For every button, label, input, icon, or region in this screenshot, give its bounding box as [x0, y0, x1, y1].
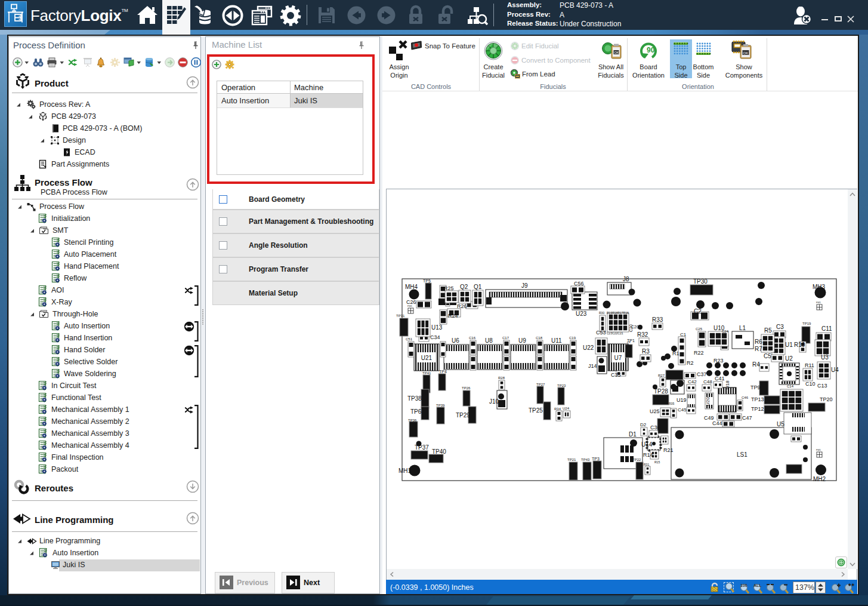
svg-text:TP23: TP23 — [557, 384, 566, 387]
svg-text:C47: C47 — [742, 415, 752, 421]
svg-text:U21: U21 — [421, 355, 433, 361]
svg-text:C13: C13 — [817, 383, 827, 389]
svg-text:C46: C46 — [742, 396, 749, 399]
svg-text:J8: J8 — [623, 276, 629, 282]
svg-text:Q2: Q2 — [460, 284, 468, 290]
svg-text:U1: U1 — [785, 342, 793, 348]
svg-text:R26: R26 — [457, 303, 467, 309]
svg-text:U25: U25 — [650, 408, 660, 414]
svg-text:C42: C42 — [688, 379, 697, 384]
svg-text:R2: R2 — [687, 360, 694, 366]
svg-text:R15: R15 — [654, 460, 660, 464]
svg-text:U24: U24 — [563, 407, 570, 410]
svg-text:C35: C35 — [611, 372, 621, 378]
svg-text:R10: R10 — [794, 342, 805, 348]
svg-text:TP6: TP6 — [410, 408, 422, 415]
svg-text:R24: R24 — [448, 313, 458, 319]
svg-text:100: 100 — [740, 583, 747, 587]
svg-text:MH4: MH4 — [405, 284, 418, 290]
svg-text:R4: R4 — [752, 361, 760, 368]
svg-text:U8: U8 — [485, 337, 493, 344]
svg-text:C23C22C21: C23C22C21 — [607, 331, 623, 335]
svg-text:C3: C3 — [776, 324, 784, 330]
svg-text:R28: R28 — [498, 376, 505, 380]
svg-text:U2: U2 — [785, 355, 793, 362]
svg-text:U13: U13 — [431, 324, 443, 331]
svg-text:R32: R32 — [637, 331, 648, 338]
svg-text:C1: C1 — [680, 332, 687, 337]
svg-text:R34: R34 — [554, 407, 561, 411]
svg-text:OK: OK — [614, 51, 619, 54]
svg-text:C37: C37 — [697, 371, 707, 377]
svg-text:R22: R22 — [694, 350, 704, 356]
svg-text:ALL: ALL — [753, 583, 762, 587]
svg-text:R25: R25 — [444, 285, 454, 291]
svg-text:U20: U20 — [705, 397, 711, 406]
svg-text:R6: R6 — [755, 339, 762, 345]
svg-text:TP40: TP40 — [432, 448, 446, 455]
svg-text:FM1: FM1 — [816, 448, 821, 451]
svg-text:U18: U18 — [725, 380, 730, 389]
svg-text:D1: D1 — [629, 431, 637, 438]
svg-text:R30: R30 — [599, 311, 604, 315]
svg-text:C48: C48 — [703, 379, 712, 384]
svg-text:C34: C34 — [430, 334, 440, 340]
svg-text:TP27: TP27 — [536, 383, 545, 386]
svg-text:U4: U4 — [831, 367, 839, 373]
svg-text:TP30: TP30 — [693, 278, 708, 285]
svg-text:C25: C25 — [696, 327, 703, 331]
svg-text:R14: R14 — [643, 452, 653, 458]
svg-text:C14: C14 — [787, 384, 794, 388]
svg-text:FM1: FM1 — [816, 301, 821, 304]
svg-text:C19: C19 — [569, 336, 576, 340]
svg-text:C24: C24 — [722, 330, 729, 333]
svg-text:TP19: TP19 — [802, 322, 811, 325]
svg-text:U23: U23 — [576, 310, 587, 317]
svg-text:TP12: TP12 — [751, 406, 764, 412]
svg-text:D2: D2 — [640, 422, 647, 427]
svg-text:R7: R7 — [755, 346, 762, 352]
svg-text:R1: R1 — [672, 350, 679, 356]
svg-text:U7: U7 — [614, 355, 622, 361]
svg-text:R11: R11 — [805, 362, 814, 368]
svg-text:MH3: MH3 — [813, 284, 826, 290]
svg-text:TP21: TP21 — [567, 458, 576, 462]
svg-text:TP25: TP25 — [529, 407, 543, 414]
svg-text:TP5: TP5 — [423, 279, 431, 283]
svg-text:R21: R21 — [663, 447, 674, 453]
svg-text:U5: U5 — [777, 421, 784, 427]
svg-text:TP41: TP41 — [422, 371, 431, 375]
svg-text:C26: C26 — [406, 299, 416, 305]
svg-text:R5: R5 — [764, 327, 772, 334]
svg-text:U19: U19 — [677, 397, 687, 403]
svg-text:TP39: TP39 — [436, 404, 445, 407]
svg-text:C17: C17 — [502, 336, 509, 340]
svg-text:TP20: TP20 — [820, 396, 833, 402]
svg-text:L1: L1 — [739, 325, 746, 331]
svg-text:C51: C51 — [406, 337, 413, 341]
svg-text:TP13: TP13 — [751, 396, 764, 402]
svg-text:MH2: MH2 — [813, 476, 826, 482]
svg-text:90: 90 — [647, 46, 655, 54]
svg-text:TP22: TP22 — [632, 458, 641, 462]
svg-text:C5: C5 — [764, 353, 771, 359]
svg-text:U3: U3 — [821, 354, 829, 361]
svg-text:C10: C10 — [805, 381, 816, 387]
svg-text:J14: J14 — [588, 363, 597, 369]
svg-text:R19R18R17R16: R19R18R17R16 — [607, 311, 629, 315]
svg-text:U22: U22 — [583, 344, 594, 351]
svg-text:MH1: MH1 — [399, 467, 412, 474]
svg-text:TP36: TP36 — [408, 419, 417, 422]
svg-text:TP31: TP31 — [396, 314, 405, 318]
svg-text:C16: C16 — [469, 336, 476, 340]
svg-text:R3: R3 — [642, 348, 650, 355]
svg-text:TP26: TP26 — [462, 386, 471, 390]
svg-text:TP29: TP29 — [456, 412, 470, 419]
svg-text:TP3: TP3 — [592, 457, 600, 461]
svg-text:R33: R33 — [652, 316, 663, 323]
svg-text:C20: C20 — [629, 324, 633, 332]
svg-text:TP1: TP1 — [626, 341, 631, 349]
svg-text:U6: U6 — [452, 337, 459, 344]
svg-text:R27: R27 — [658, 374, 665, 377]
svg-text:J9: J9 — [521, 282, 528, 289]
